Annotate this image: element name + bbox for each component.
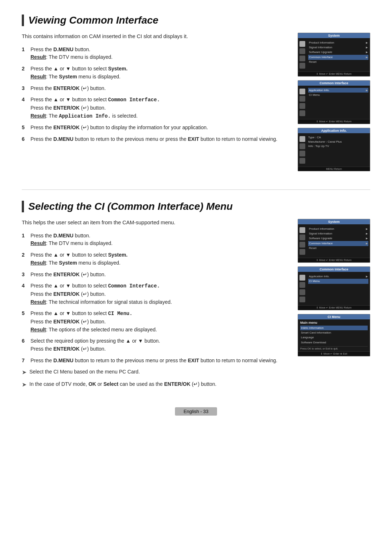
s2-screen1-icons <box>298 226 307 256</box>
screen3-footer: MENU Return <box>298 167 370 171</box>
s2-screen2-menu: Application Info. ▶ CI Menu <box>307 273 370 304</box>
s2-screen1-body: Product Information ▶ Signal Information… <box>298 224 370 258</box>
icon2-4 <box>299 110 305 116</box>
section2-step3: 3 Press the ENTER/OK (↵) button. <box>22 271 290 279</box>
s2-icon2-2 <box>299 282 305 288</box>
icon3-1 <box>299 136 305 142</box>
icon3-3 <box>299 151 305 156</box>
menu-item-product: Product Information ▶ <box>308 40 368 45</box>
s2-icon1-1 <box>299 227 305 233</box>
s2-icon2-3 <box>299 289 305 295</box>
section2-body: This helps the user select an item from … <box>22 219 370 389</box>
icon3-4 <box>299 158 305 164</box>
section-divider <box>22 189 370 190</box>
section2-step2: 2 Press the ▲ or ▼ button to select Syst… <box>22 251 290 267</box>
section1-step2: 2 Press the ▲ or ▼ button to select Syst… <box>22 65 290 81</box>
section2-note2: ➤ In the case of DTV mode, OK or Select … <box>22 380 290 389</box>
icon2-1 <box>299 89 305 94</box>
s2-icon2-4 <box>299 297 305 302</box>
s2-menu2-appinfo: Application Info. ▶ <box>308 274 368 279</box>
section1-step5: 5 Press the ENTER/OK (↵) button to displ… <box>22 124 290 132</box>
screen1-menu: Product Information ▶ Signal Information… <box>307 40 370 70</box>
section1-step4: 4 Press the ▲ or ▼ button to select Comm… <box>22 96 290 120</box>
screen1-icons <box>298 40 307 70</box>
screen2-footer: ⇕ Move ↵ Enter MENU Return <box>298 119 370 124</box>
section2-heading-bar <box>22 201 24 212</box>
screen2-icons <box>298 87 307 118</box>
section1-body: This contains information on CAM inserte… <box>22 33 370 171</box>
icon3 <box>299 56 305 61</box>
screen2-title: Common Interface <box>298 81 370 86</box>
s2-screen2-icons <box>298 273 307 304</box>
s2-screen1-footer: ⇕ Move ↵ Enter MENU Return <box>298 258 370 262</box>
menu-item-ci: CI Menu <box>308 93 368 97</box>
s2-menu1-software: Software Upgrade ▶ <box>308 236 368 241</box>
s2-screen3-footer: ⇕ Move ↵ Enter ⊕ Exit <box>298 351 370 356</box>
s2-icon2-1 <box>299 275 305 281</box>
s2-screen1-menu: Product Information ▶ Signal Information… <box>307 226 370 256</box>
s2-screen2-body: Application Info. ▶ CI Menu <box>298 272 370 305</box>
section1-heading-bar <box>22 15 24 26</box>
section2-text: This helps the user select an item from … <box>22 219 290 389</box>
section-selecting-ci-menu: Selecting the CI (Common Interface) Menu… <box>22 201 370 389</box>
icon2 <box>299 48 305 54</box>
section1-screenshots: System Product Information ▶ Signal Info… <box>298 33 370 171</box>
section1-screen3: Application Info. Type : CA Manufacturer… <box>298 128 370 171</box>
ci-item-software: Software Download <box>300 340 368 345</box>
screen1-title: System <box>298 33 370 38</box>
appinfo-manufacturer: Manufacturer : Canal Plus <box>308 140 368 144</box>
page-badge: English - 33 <box>175 407 217 416</box>
section2-note1: ➤ Select the CI Menu based on the menu P… <box>22 368 290 377</box>
section2-screenshots: System Product Information ▶ Signal Info… <box>298 219 370 389</box>
ci-main-title: Main menu <box>300 321 368 324</box>
icon2-3 <box>299 103 305 109</box>
s2-menu1-product: Product Information ▶ <box>308 226 368 231</box>
section1-step6: 6 Press the D.MENU button to return to t… <box>22 135 290 143</box>
section2-step1: 1 Press the D.MENU button. Result: The D… <box>22 232 290 248</box>
icon3-2 <box>299 143 305 149</box>
screen2-body: Application Info. ▶ CI Menu <box>298 86 370 119</box>
section2-heading-container: Selecting the CI (Common Interface) Menu <box>22 201 370 212</box>
section2-step5: 5 Press the ▲ or ▼ button to select CI M… <box>22 310 290 334</box>
section-viewing-common-interface: Viewing Common Interface This contains i… <box>22 15 370 171</box>
s2-screen3-title: CI Menu <box>298 314 370 319</box>
appinfo-type: Type : CA <box>308 135 368 140</box>
section1-intro: This contains information on CAM inserte… <box>22 33 290 41</box>
section1-heading-container: Viewing Common Interface <box>22 15 370 26</box>
screen1-footer: ⇕ Move ↵ Enter MENU Return <box>298 72 370 76</box>
screen3-icons <box>298 135 307 165</box>
icon4 <box>299 63 305 69</box>
s2-menu1-reset: Reset <box>308 246 368 251</box>
screen3-menu: Type : CA Manufacturer : Canal Plus Info… <box>307 135 370 165</box>
screen1-body: Product Information ▶ Signal Information… <box>298 38 370 72</box>
screen3-title: Application Info. <box>298 128 370 133</box>
page-footer: English - 33 <box>22 407 370 416</box>
section1-step1: 1 Press the D.MENU button. Result: The D… <box>22 46 290 61</box>
s2-screen2-footer: ⇕ Move ↵ Enter MENU Return <box>298 305 370 310</box>
menu-item-reset: Reset <box>308 60 368 65</box>
section1-steps: 1 Press the D.MENU button. Result: The D… <box>22 46 290 143</box>
ci-item-smartcard: Smart Card Information <box>300 330 368 335</box>
s2-screen2-title: Common Interface <box>298 267 370 272</box>
ci-item-language: Language <box>300 335 368 340</box>
section1-screen1: System Product Information ▶ Signal Info… <box>298 33 370 77</box>
section2-step6: 6 Select the required option by pressing… <box>22 337 290 353</box>
icon2-2 <box>299 96 305 102</box>
s2-menu1-common: Common Interface ▶ <box>308 241 368 246</box>
section2-steps: 1 Press the D.MENU button. Result: The D… <box>22 232 290 365</box>
ci-item-irdeto: Irdeto Information <box>300 326 368 330</box>
section2-step4: 4 Press the ▲ or ▼ button to select Comm… <box>22 282 290 306</box>
menu-item-signal: Signal Information ▶ <box>308 45 368 50</box>
section2-screen2: Common Interface Application Info. ▶ CI … <box>298 266 370 310</box>
section1-step3: 3 Press the ENTER/OK (↵) button. <box>22 85 290 93</box>
section2-intro: This helps the user select an item from … <box>22 219 290 227</box>
appinfo-info: Info : Top Up TV <box>308 144 368 148</box>
section1-screen2: Common Interface Application Info. ▶ CI … <box>298 80 370 124</box>
section2-title: Selecting the CI (Common Interface) Menu <box>28 201 233 212</box>
s2-icon1-2 <box>299 234 305 240</box>
s2-menu1-signal: Signal Information ▶ <box>308 231 368 236</box>
ci-note: Press OK to select, or Exit to quit. <box>300 346 368 350</box>
screen3-body: Type : CA Manufacturer : Canal Plus Info… <box>298 133 370 167</box>
menu-item-software: Software Upgrade ▶ <box>308 50 368 55</box>
s2-screen3-body: Main menu Irdeto Information Smart Card … <box>298 319 370 351</box>
